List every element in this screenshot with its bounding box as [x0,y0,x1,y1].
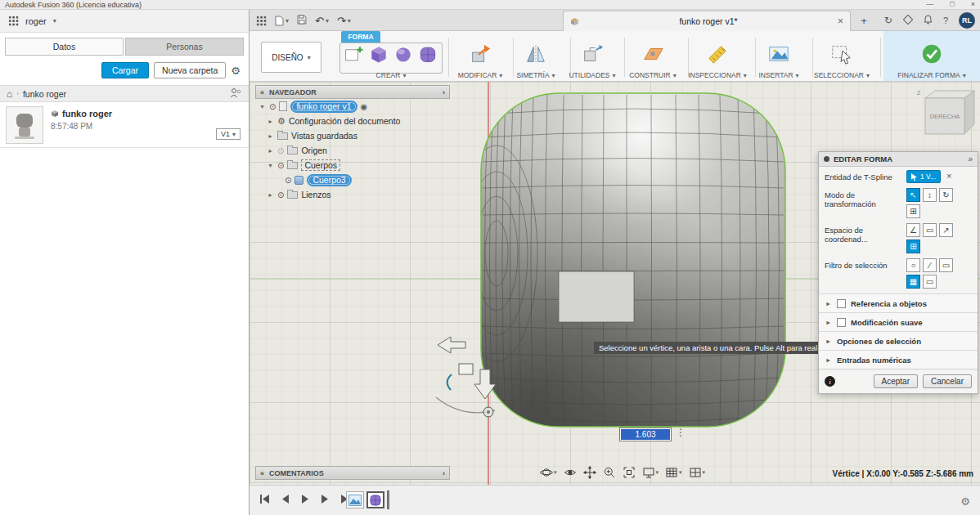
dialog-expand-icon[interactable]: » [968,154,973,163]
workspace-selector[interactable]: DISEÑO ▾ [261,42,321,73]
close-tab-icon[interactable]: × [838,16,843,27]
panel-expand-icon[interactable]: › [443,469,445,477]
visibility-eye-icon[interactable]: ⊙ [277,190,284,199]
filter-face[interactable]: ▭ [939,258,953,272]
team-menu-caret-icon[interactable]: ▾ [53,17,56,25]
clear-selection-icon[interactable]: × [946,170,951,181]
context-tab-forma[interactable]: FORMA [341,31,380,43]
collaborators-icon[interactable] [229,87,242,100]
zoom-button[interactable] [600,465,618,480]
tree-label[interactable]: Configuración del documento [289,116,401,126]
maximize-button[interactable]: □ [950,1,954,8]
panel-expand-icon[interactable]: › [443,88,445,96]
tree-row-origin[interactable]: ▸ ⊙ Origen [255,143,450,158]
show-data-panel-icon[interactable] [256,16,267,26]
tree-row-saved-views[interactable]: ▸ Vistas guardadas [255,128,450,143]
section-selection-options[interactable]: ▸ Opciones de selección [819,331,978,350]
save-icon[interactable] [297,15,307,27]
tab-personas[interactable]: Personas [125,38,244,56]
tspline-selection-chip[interactable]: 1 V... [906,170,941,183]
plane-handle[interactable] [459,364,473,374]
tree-row-canvases[interactable]: ▸ ⊙ Lienzos [255,187,450,202]
data-panel-settings-icon[interactable]: ⚙ [231,65,241,77]
filter-all[interactable]: ▭ [923,275,937,289]
coord-space-view[interactable]: ▭ [923,223,937,237]
redo-icon[interactable]: ↷ ▾ [337,15,351,27]
timeline-step-forward-button[interactable] [320,493,330,508]
version-badge[interactable]: V1 ▾ [216,128,241,140]
filter-body[interactable]: ▦ [906,275,920,289]
look-at-button[interactable] [561,465,579,480]
tab-datos[interactable]: Datos [5,38,124,56]
new-folder-button[interactable]: Nueva carpeta [154,62,226,78]
project-file-card[interactable]: funko roger 8:57:48 PM V1 ▾ [0,102,249,148]
help-icon[interactable]: ? [943,16,948,25]
tree-label-bodies[interactable]: Cuerpos [301,159,340,171]
expand-icon[interactable]: ▾ [258,103,266,110]
dialog-header[interactable]: EDITAR FORMA » [819,152,978,167]
create-quadball-icon[interactable] [417,43,438,68]
tree-row-body3[interactable]: ⊙ Cuerpo3 [255,172,450,187]
insert-image-icon[interactable] [767,43,790,69]
tree-label-root[interactable]: funko roger v1 [290,101,357,113]
timeline-canvas-feature[interactable] [346,491,364,508]
viewcube-face-label[interactable]: DERECHA [930,113,960,120]
notifications-bell-icon[interactable] [924,15,933,27]
transform-mode-multi[interactable]: ⊞ [906,204,920,218]
edit-form-icon[interactable] [469,43,492,69]
accept-button[interactable]: Aceptar [874,374,918,388]
object-snap-checkbox[interactable] [837,299,846,308]
collapse-panel-icon[interactable]: « [260,469,264,477]
viewports-button[interactable]: ▾ [686,465,708,480]
soft-modification-checkbox[interactable] [837,318,846,327]
coord-space-selection[interactable]: ⊞ [906,240,920,253]
coord-space-local[interactable]: ↗ [939,223,953,237]
create-box-icon[interactable] [368,43,389,68]
input-drag-grip[interactable]: ⋮ [676,427,685,438]
filter-edge[interactable]: ∕ [923,258,937,272]
visibility-eye-icon[interactable]: ⊙ [277,161,284,170]
viewport-3d[interactable]: Z DERECHA « NAVEGADOR › ▾ [249,82,980,485]
collapse-panel-icon[interactable]: « [260,88,264,96]
select-icon[interactable] [830,43,853,69]
extensions-icon[interactable] [903,15,913,27]
timeline-step-back-button[interactable] [281,493,290,508]
timeline-skip-start-button[interactable] [259,493,271,508]
construct-plane-icon[interactable] [641,43,664,69]
minimize-button[interactable]: — [926,1,933,8]
tree-row-bodies[interactable]: ▾ ⊙ Cuerpos [255,158,450,172]
team-menu[interactable]: roger [25,16,47,26]
tree-row-root[interactable]: ▾ ⊙ funko roger v1 ◉ [255,99,450,114]
finish-form-icon[interactable] [920,43,943,69]
new-tab-button[interactable]: + [856,13,871,28]
activate-component-icon[interactable]: ◉ [361,102,368,111]
section-numeric-inputs[interactable]: ▸ Entradas numéricas [819,350,978,369]
job-status-icon[interactable]: ↻ [884,15,892,26]
upload-button[interactable]: Cargar [101,62,149,78]
visibility-eye-icon[interactable]: ⊙ [269,102,276,111]
section-object-snap[interactable]: ▸ Referencia a objetos [819,293,978,312]
expand-icon[interactable]: ▸ [267,191,274,199]
mirror-icon[interactable] [524,43,547,69]
visibility-eye-icon[interactable]: ⊙ [277,146,284,155]
file-menu-icon[interactable]: ▾ [275,16,289,26]
new-form-icon[interactable] [344,43,365,68]
coord-space-world[interactable]: ∠ [906,223,920,237]
transform-mode-rotate[interactable]: ↻ [939,188,953,202]
filter-vertex[interactable]: ○ [906,258,920,272]
breadcrumb-project[interactable]: funko roger [23,89,66,99]
display-settings-button[interactable]: ▾ [640,465,662,480]
tspline-body[interactable] [456,93,785,427]
home-icon[interactable]: ⌂ [7,88,12,100]
timeline-position-marker[interactable] [387,490,389,509]
orbit-button[interactable]: ▾ [537,465,560,480]
fit-button[interactable] [620,465,638,480]
tree-label[interactable]: Origen [301,146,327,155]
expand-icon[interactable]: ▸ [267,132,274,140]
cancel-button[interactable]: Cancelar [923,374,972,388]
app-grid-icon[interactable] [8,16,19,26]
rotate-handle-blue[interactable] [447,374,452,390]
tree-row-doc-settings[interactable]: ▸ ⚙ Configuración del documento [255,114,450,128]
translate-left-arrow[interactable] [438,337,465,353]
transform-mode-translate[interactable]: ↖ [906,188,920,202]
